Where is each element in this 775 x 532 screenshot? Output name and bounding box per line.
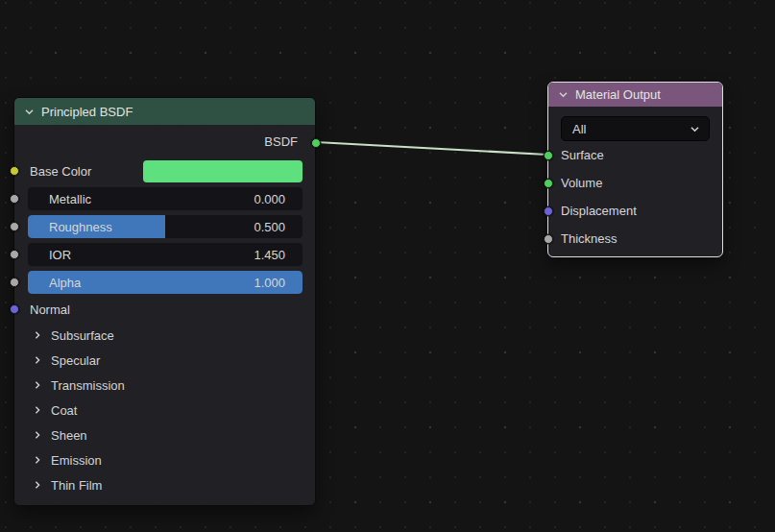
section-label: Transmission <box>51 378 125 393</box>
surface-label: Surface <box>561 148 604 162</box>
alpha-slider[interactable]: Alpha 1.000 <box>28 271 303 294</box>
thickness-input-row: Thickness <box>548 225 722 253</box>
socket-ior[interactable] <box>10 250 19 259</box>
section-subsurface[interactable]: Subsurface <box>14 323 315 348</box>
section-label: Sheen <box>51 428 87 443</box>
node-material-output[interactable]: Material Output All Surface Volume Displ… <box>547 82 723 257</box>
section-label: Emission <box>51 453 102 468</box>
node-title: Material Output <box>575 87 661 102</box>
base-color-row: Base Color <box>28 159 303 182</box>
ior-label: IOR <box>28 248 254 262</box>
roughness-slider[interactable]: Roughness 0.500 <box>28 215 303 238</box>
chevron-right-icon <box>33 330 42 340</box>
thickness-label: Thickness <box>561 231 618 246</box>
displacement-input-row: Displacement <box>548 197 722 225</box>
node-title: Principled BSDF <box>41 105 133 119</box>
section-thin-film[interactable]: Thin Film <box>14 472 315 497</box>
section-label: Coat <box>51 403 77 418</box>
chevron-right-icon <box>33 430 42 440</box>
normal-label: Normal <box>30 302 70 317</box>
metallic-slider[interactable]: Metallic 0.000 <box>28 187 303 210</box>
chevron-down-icon[interactable] <box>24 107 35 117</box>
chevron-down-icon[interactable] <box>558 89 569 100</box>
chevron-right-icon <box>33 480 42 490</box>
alpha-label: Alpha <box>28 276 254 290</box>
roughness-label: Roughness <box>28 220 254 234</box>
bsdf-output-row: BSDF <box>14 130 315 155</box>
socket-surface[interactable] <box>544 151 553 160</box>
section-transmission[interactable]: Transmission <box>14 373 315 398</box>
socket-thickness[interactable] <box>544 234 553 244</box>
socket-normal[interactable] <box>10 304 19 314</box>
socket-roughness[interactable] <box>10 222 19 231</box>
socket-volume[interactable] <box>544 179 553 188</box>
normal-row: Normal <box>28 298 303 321</box>
principled-header[interactable]: Principled BSDF <box>14 98 315 125</box>
node-editor-canvas[interactable]: Principled BSDF BSDF Base Color Metallic… <box>0 0 775 532</box>
section-label: Subsurface <box>51 328 114 343</box>
section-emission[interactable]: Emission <box>14 447 315 472</box>
material-output-header[interactable]: Material Output <box>548 83 722 107</box>
ior-slider[interactable]: IOR 1.450 <box>28 243 303 266</box>
alpha-value: 1.000 <box>254 276 303 290</box>
chevron-right-icon <box>33 380 42 390</box>
chevron-down-icon <box>690 124 700 134</box>
section-specular[interactable]: Specular <box>14 348 315 373</box>
socket-output-bsdf[interactable] <box>311 138 321 148</box>
volume-input-row: Volume <box>548 169 722 197</box>
socket-alpha[interactable] <box>10 278 19 287</box>
section-coat[interactable]: Coat <box>14 398 315 423</box>
chevron-right-icon <box>33 455 42 465</box>
base-color-label: Base Color <box>30 164 143 179</box>
base-color-swatch[interactable] <box>143 160 303 182</box>
section-label: Thin Film <box>51 478 102 493</box>
socket-metallic[interactable] <box>10 194 19 204</box>
socket-displacement[interactable] <box>544 206 553 216</box>
surface-input-row: Surface <box>548 141 722 169</box>
metallic-value: 0.000 <box>254 192 303 206</box>
target-dropdown-value: All <box>572 122 586 136</box>
section-label: Specular <box>51 353 100 368</box>
volume-label: Volume <box>561 176 602 190</box>
displacement-label: Displacement <box>561 204 637 218</box>
link-bsdf-to-surface[interactable] <box>316 142 547 155</box>
metallic-label: Metallic <box>28 192 254 206</box>
ior-value: 1.450 <box>254 248 303 262</box>
bsdf-output-label: BSDF <box>264 134 298 149</box>
chevron-right-icon <box>33 405 42 415</box>
target-dropdown[interactable]: All <box>561 116 710 141</box>
section-sheen[interactable]: Sheen <box>14 423 315 447</box>
socket-base-color[interactable] <box>10 166 19 176</box>
collapsed-sections: Subsurface Specular Transmission Coat Sh… <box>14 323 315 497</box>
chevron-right-icon <box>33 355 42 365</box>
node-principled-bsdf[interactable]: Principled BSDF BSDF Base Color Metallic… <box>13 97 316 506</box>
roughness-value: 0.500 <box>254 220 303 234</box>
